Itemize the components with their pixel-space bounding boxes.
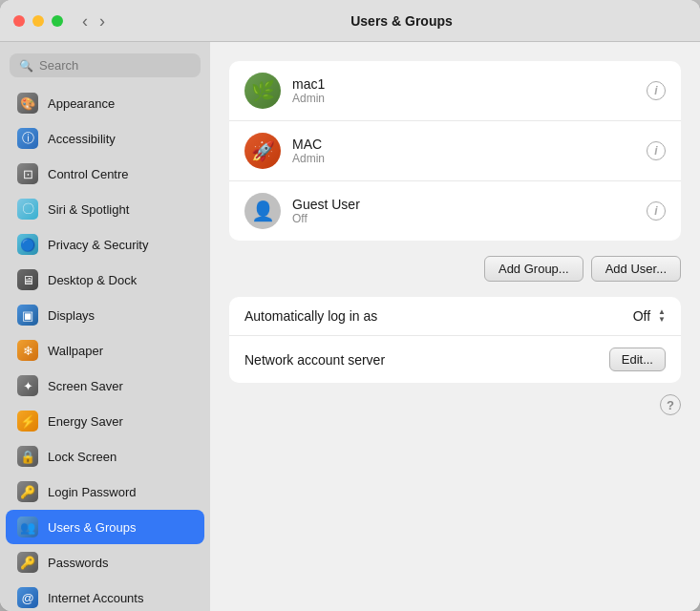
sidebar-item-wallpaper[interactable]: ❄Wallpaper xyxy=(6,333,204,368)
network-server-row: Network account server Edit... xyxy=(229,336,681,383)
energy-icon: ⚡ xyxy=(17,411,38,432)
maximize-button[interactable] xyxy=(52,15,63,27)
appearance-icon: 🎨 xyxy=(17,93,38,114)
user-info-guest: Guest User Off xyxy=(292,197,635,225)
auto-login-stepper[interactable]: ▲ ▼ xyxy=(658,308,666,324)
sidebar-item-accessibility[interactable]: ⓘAccessibility xyxy=(6,121,204,156)
stepper-down[interactable]: ▼ xyxy=(658,316,666,324)
sidebar-item-lock[interactable]: 🔒Lock Screen xyxy=(6,439,204,474)
sidebar-item-energy[interactable]: ⚡Energy Saver xyxy=(6,404,204,438)
sidebar-item-label-control: Control Centre xyxy=(48,167,129,181)
user-role-mac: Admin xyxy=(292,152,635,165)
sidebar-item-appearance[interactable]: 🎨Appearance xyxy=(6,86,204,120)
sidebar-item-screensaver[interactable]: ✦Screen Saver xyxy=(6,369,204,403)
screensaver-icon: ✦ xyxy=(17,375,38,396)
sidebar-item-users[interactable]: 👥Users & Groups xyxy=(6,510,204,544)
sidebar-item-siri[interactable]: 〇Siri & Spotlight xyxy=(6,192,204,226)
help-button[interactable]: ? xyxy=(660,394,681,415)
user-info-mac: MAC Admin xyxy=(292,137,635,165)
content-area: 🔍 🎨AppearanceⓘAccessibility⊡Control Cent… xyxy=(0,42,700,611)
sidebar-item-control[interactable]: ⊡Control Centre xyxy=(6,157,204,191)
sidebar-item-label-siri: Siri & Spotlight xyxy=(48,202,129,217)
auto-login-value: Off ▲ ▼ xyxy=(633,308,666,324)
sidebar-item-label-wallpaper: Wallpaper xyxy=(48,344,103,358)
sidebar-item-label-loginpw: Login Password xyxy=(48,485,137,499)
network-server-edit-button[interactable]: Edit... xyxy=(609,348,666,371)
add-buttons: Add Group... Add User... xyxy=(229,256,681,282)
user-name-mac: MAC xyxy=(292,137,635,152)
auto-login-label: Automatically log in as xyxy=(244,308,633,324)
user-name-mac1: mac1 xyxy=(292,76,635,92)
search-input[interactable] xyxy=(39,58,191,73)
accessibility-icon: ⓘ xyxy=(17,128,38,149)
sidebar-item-label-desktop: Desktop & Dock xyxy=(48,273,137,287)
minimize-button[interactable] xyxy=(32,15,44,27)
user-name-guest: Guest User xyxy=(292,197,635,212)
forward-button[interactable]: › xyxy=(95,11,109,32)
add-user-button[interactable]: Add User... xyxy=(591,256,681,282)
navigation-buttons: ‹ › xyxy=(78,11,109,32)
search-icon: 🔍 xyxy=(19,59,33,73)
avatar-guest: 👤 xyxy=(244,193,281,229)
close-button[interactable] xyxy=(13,15,25,27)
auto-login-row: Automatically log in as Off ▲ ▼ xyxy=(229,297,681,336)
sidebar-item-label-passwords: Passwords xyxy=(48,556,109,570)
add-group-button[interactable]: Add Group... xyxy=(484,256,583,282)
sidebar-items-container: 🎨AppearanceⓘAccessibility⊡Control Centre… xyxy=(0,85,210,611)
network-server-label: Network account server xyxy=(244,352,609,368)
user-info-mac1: mac1 Admin xyxy=(292,76,635,105)
sidebar-item-label-displays: Displays xyxy=(48,308,95,323)
user-row-mac: 🚀 MAC Admin i xyxy=(229,121,681,181)
info-button-mac[interactable]: i xyxy=(647,141,666,160)
info-button-guest[interactable]: i xyxy=(647,201,666,221)
auto-login-text: Off xyxy=(633,308,650,324)
sidebar-item-desktop[interactable]: 🖥Desktop & Dock xyxy=(6,263,204,297)
users-list: 🌿 mac1 Admin i 🚀 MAC Admin xyxy=(229,61,681,241)
internet-icon: @ xyxy=(17,587,38,608)
traffic-lights xyxy=(13,15,63,27)
loginpw-icon: 🔑 xyxy=(17,481,38,502)
settings-list: Automatically log in as Off ▲ ▼ Network … xyxy=(229,297,681,383)
sidebar-item-passwords[interactable]: 🔑Passwords xyxy=(6,545,204,579)
sidebar-item-label-lock: Lock Screen xyxy=(48,450,117,464)
avatar-mac: 🚀 xyxy=(244,133,281,169)
privacy-icon: 🔵 xyxy=(17,234,38,255)
sidebar-item-displays[interactable]: ▣Displays xyxy=(6,298,204,332)
system-preferences-window: ‹ › Users & Groups 🔍 🎨AppearanceⓘAccessi… xyxy=(0,0,700,611)
lock-icon: 🔒 xyxy=(17,446,38,467)
sidebar-item-privacy[interactable]: 🔵Privacy & Security xyxy=(6,227,204,262)
sidebar: 🔍 🎨AppearanceⓘAccessibility⊡Control Cent… xyxy=(0,42,210,611)
sidebar-item-internet[interactable]: @Internet Accounts xyxy=(6,580,204,611)
info-button-mac1[interactable]: i xyxy=(647,81,666,100)
sidebar-item-label-screensaver: Screen Saver xyxy=(48,379,123,393)
user-row-mac1: 🌿 mac1 Admin i xyxy=(229,61,681,121)
user-row-guest: 👤 Guest User Off i xyxy=(229,181,681,241)
sidebar-item-label-accessibility: Accessibility xyxy=(48,132,116,146)
passwords-icon: 🔑 xyxy=(17,552,38,573)
displays-icon: ▣ xyxy=(17,305,38,326)
search-bar[interactable]: 🔍 xyxy=(10,53,201,77)
window-title: Users & Groups xyxy=(117,13,687,29)
back-button[interactable]: ‹ xyxy=(78,11,92,32)
sidebar-item-label-internet: Internet Accounts xyxy=(48,591,143,605)
siri-icon: 〇 xyxy=(17,199,38,220)
sidebar-item-loginpw[interactable]: 🔑Login Password xyxy=(6,474,204,509)
sidebar-item-label-privacy: Privacy & Security xyxy=(48,238,148,252)
desktop-icon: 🖥 xyxy=(17,269,38,290)
help-area: ? xyxy=(229,394,681,415)
sidebar-item-label-energy: Energy Saver xyxy=(48,414,123,429)
sidebar-item-label-users: Users & Groups xyxy=(48,520,136,535)
user-role-guest: Off xyxy=(292,212,635,225)
users-icon: 👥 xyxy=(17,516,38,537)
main-content: 🌿 mac1 Admin i 🚀 MAC Admin xyxy=(210,42,700,611)
user-role-mac1: Admin xyxy=(292,92,635,105)
avatar-mac1: 🌿 xyxy=(244,73,281,109)
control-icon: ⊡ xyxy=(17,163,38,184)
sidebar-item-label-appearance: Appearance xyxy=(48,96,115,111)
title-bar: ‹ › Users & Groups xyxy=(0,0,700,42)
wallpaper-icon: ❄ xyxy=(17,340,38,361)
